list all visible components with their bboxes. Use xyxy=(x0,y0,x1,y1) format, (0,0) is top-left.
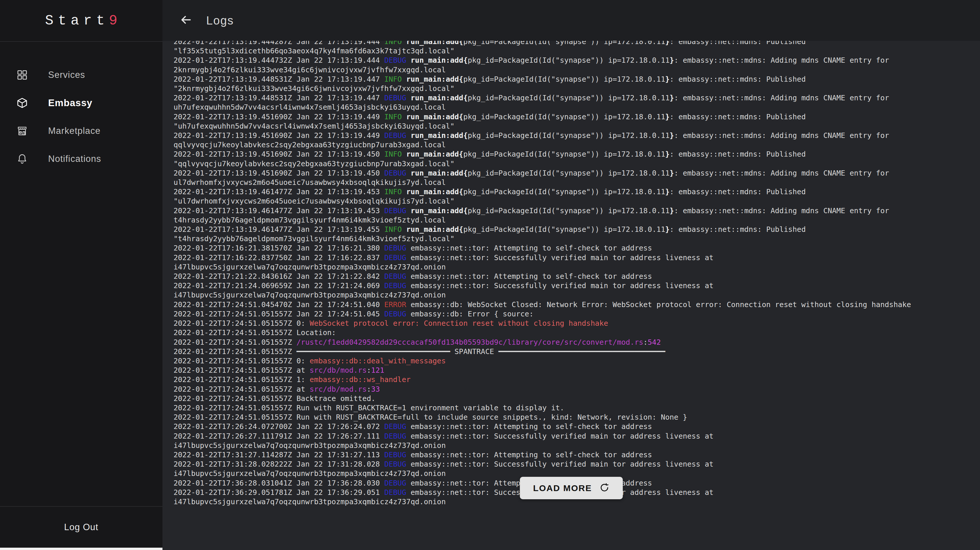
log-line: 2022-01-22T17:24:51.051557Z 0: embassy::… xyxy=(173,356,980,366)
log-line: 2022-01-22T17:13:19.451690Z Jan 22 17:13… xyxy=(173,168,980,178)
brand-word: Start xyxy=(45,13,109,29)
sidebar-item-label: Notifications xyxy=(48,154,101,164)
load-more-label: LOAD MORE xyxy=(533,483,592,493)
sidebar-item-label: Marketplace xyxy=(48,126,100,136)
log-line: 2022-01-22T17:13:19.444287Z Jan 22 17:13… xyxy=(173,41,980,46)
bell-icon xyxy=(16,153,28,165)
log-line: 2022-01-22T17:13:19.448531Z Jan 22 17:13… xyxy=(173,93,980,103)
log-line: "qqlvyvqcju7keoylabvkesc2sqy2ebgxaa63tyz… xyxy=(173,159,980,168)
log-line: 2022-01-22T17:31:28.028222Z Jan 22 17:31… xyxy=(173,459,980,469)
sidebar-nav: Services Embassy xyxy=(0,42,162,173)
sidebar-item-embassy[interactable]: Embassy xyxy=(0,89,162,117)
log-line: 2022-01-22T17:24:51.051557Z at src/db/mo… xyxy=(173,385,980,394)
log-line: "t4hrasdy2yybb76ageldpmom73vggilsyurf4nm… xyxy=(173,234,980,243)
page-title: Logs xyxy=(206,14,234,27)
storefront-icon xyxy=(16,125,28,137)
log-line: 2022-01-22T17:24:51.051557Z Backtrace om… xyxy=(173,394,980,403)
logout-button[interactable]: Log Out xyxy=(0,506,162,548)
logout-label: Log Out xyxy=(64,522,98,533)
log-line: 2022-01-22T17:13:19.461477Z Jan 22 17:13… xyxy=(173,225,980,234)
log-line: t4hrasdy2yybb76ageldpmom73vggilsyurf4nm6… xyxy=(173,216,980,225)
log-line: 2022-01-22T17:16:21.381570Z Jan 22 17:16… xyxy=(173,243,980,253)
back-button[interactable] xyxy=(179,13,193,28)
log-line: 2022-01-22T17:13:19.448531Z Jan 22 17:13… xyxy=(173,75,980,84)
log-line: 2022-01-22T17:24:51.051557Z /rustc/f1edd… xyxy=(173,338,980,347)
sidebar-item-marketplace[interactable]: Marketplace xyxy=(0,117,162,145)
log-line: 2022-01-22T17:13:19.451690Z Jan 22 17:13… xyxy=(173,131,980,140)
log-line: 2022-01-22T17:24:51.051557Z 0: WebSocket… xyxy=(173,319,980,328)
log-line: i47lbupvc5sjgurxzelwa7q7oqzqunwrb3tpozmp… xyxy=(173,291,980,300)
log-line: "lf35x5tutg5l3xdicethb66qo3aeox4q7ky4fma… xyxy=(173,46,980,56)
arrow-left-icon xyxy=(180,14,192,27)
log-line: 2022-01-22T17:16:22.837750Z Jan 22 17:16… xyxy=(173,253,980,262)
log-line: "2knrmygbj4o2f6zlkui333wve34gi6c6jwnivco… xyxy=(173,84,980,93)
log-line: 2022-01-22T17:24:51.051557Z at src/db/mo… xyxy=(173,366,980,375)
sidebar-item-services[interactable]: Services xyxy=(0,61,162,89)
brand-accent-digit: 9 xyxy=(109,13,118,29)
log-line: 2022-01-22T17:31:27.114287Z Jan 22 17:31… xyxy=(173,450,980,459)
log-line: ul7dwrhomfxjvxycws2m6o45uoeic7usawbwsy4x… xyxy=(173,178,980,187)
log-line: 2022-01-22T17:24:51.045470Z Jan 22 17:24… xyxy=(173,300,980,309)
log-line: i47lbupvc5sjgurxzelwa7q7oqzqunwrb3tpozmp… xyxy=(173,262,980,272)
log-line: 2knrmygbj4o2f6zlkui333wve34gi6c6jwnivcoj… xyxy=(173,65,980,75)
log-line: 2022-01-22T17:24:51.051557Z Location: xyxy=(173,328,980,337)
log-line: i47lbupvc5sjgurxzelwa7q7oqzqunwrb3tpozmp… xyxy=(173,441,980,450)
brand-text: Start9 xyxy=(45,13,118,29)
refresh-icon xyxy=(600,483,609,493)
log-line: 2022-01-22T17:24:51.051557Z 1: embassy::… xyxy=(173,375,980,385)
grid-icon xyxy=(16,69,28,81)
sidebar-item-label: Embassy xyxy=(48,97,92,108)
log-line: "ul7dwrhomfxjvxycws2m6o45uoeic7usawbwsy4… xyxy=(173,197,980,206)
load-more-button[interactable]: LOAD MORE xyxy=(520,477,623,499)
log-line: 2022-01-22T17:21:22.843616Z Jan 22 17:21… xyxy=(173,272,980,281)
log-line: 2022-01-22T17:13:19.461477Z Jan 22 17:13… xyxy=(173,206,980,216)
log-line: 2022-01-22T17:24:51.051557Z Run with RUS… xyxy=(173,413,980,422)
cube-icon xyxy=(16,97,28,109)
log-line: "uh7ufexqwuhhn5dw7vv4acsrl4iwnw4x7semlj4… xyxy=(173,122,980,131)
sidebar-item-notifications[interactable]: Notifications xyxy=(0,145,162,173)
sidebar: Start9 Services xyxy=(0,0,162,550)
log-line: 2022-01-22T17:26:27.111791Z Jan 22 17:26… xyxy=(173,432,980,441)
log-line: 2022-01-22T17:24:51.051557Z Run with RUS… xyxy=(173,403,980,413)
log-console[interactable]: 2022-01-22T17:13:19.444287Z Jan 22 17:13… xyxy=(162,41,980,550)
main-content: Logs 2022-01-22T17:13:19.444287Z Jan 22 … xyxy=(162,0,980,550)
app-window: Start9 Services xyxy=(0,0,980,550)
page-header: Logs xyxy=(162,0,980,41)
log-line: uh7ufexqwuhhn5dw7vv4acsrl4iwnw4x7semlj46… xyxy=(173,103,980,112)
log-line: 2022-01-22T17:13:19.451690Z Jan 22 17:13… xyxy=(173,149,980,159)
log-line: qqlvyvqcju7keoylabvkesc2sqy2ebgxaa63tyzg… xyxy=(173,140,980,149)
brand-logo: Start9 xyxy=(0,0,162,42)
log-line: 2022-01-22T17:26:24.072700Z Jan 22 17:26… xyxy=(173,422,980,431)
log-line: 2022-01-22T17:24:51.051557Z ━━━━━━━━━━━━… xyxy=(173,347,980,356)
log-line: 2022-01-22T17:24:51.051557Z Jan 22 17:24… xyxy=(173,309,980,319)
sidebar-item-label: Services xyxy=(48,70,85,80)
log-line: 2022-01-22T17:13:19.461477Z Jan 22 17:13… xyxy=(173,187,980,197)
log-content: 2022-01-22T17:13:19.444287Z Jan 22 17:13… xyxy=(162,41,980,507)
sidebar-bottom-strip xyxy=(0,548,162,550)
log-line: 2022-01-22T17:13:19.451690Z Jan 22 17:13… xyxy=(173,112,980,122)
log-line: 2022-01-22T17:21:24.069659Z Jan 22 17:21… xyxy=(173,281,980,291)
log-line: 2022-01-22T17:13:19.444732Z Jan 22 17:13… xyxy=(173,56,980,65)
